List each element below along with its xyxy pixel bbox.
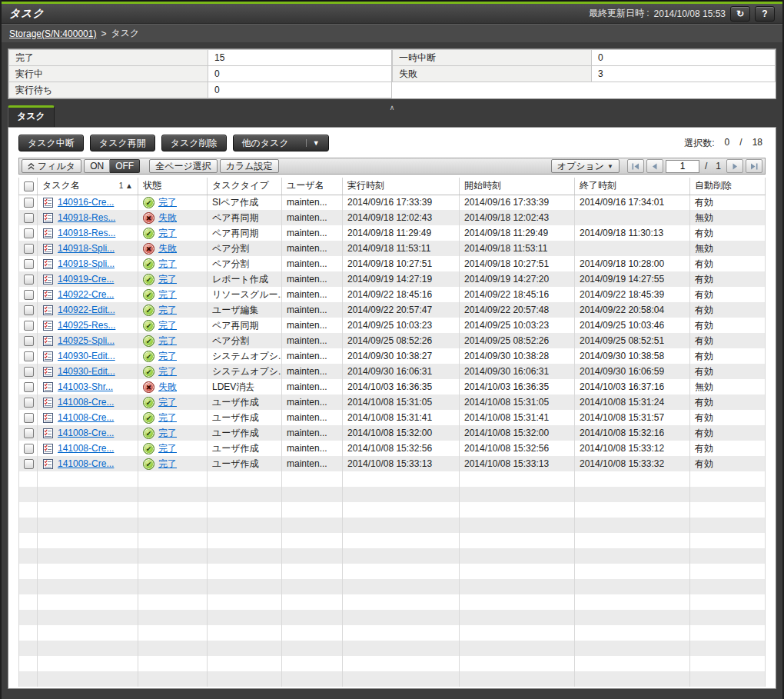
row-checkbox[interactable] xyxy=(24,428,34,438)
page-number-input[interactable] xyxy=(666,160,699,173)
task-name-link[interactable]: 140918-Spli... xyxy=(58,258,115,269)
task-name-link[interactable]: 140916-Cre... xyxy=(58,197,114,208)
row-checkbox[interactable] xyxy=(24,367,34,377)
refresh-button[interactable]: ↻ xyxy=(730,6,750,22)
status-link[interactable]: 完了 xyxy=(158,227,177,240)
task-name-link[interactable]: 140918-Res... xyxy=(58,212,115,223)
status-link[interactable]: 完了 xyxy=(158,350,177,363)
row-checkbox[interactable] xyxy=(24,351,34,361)
row-checkbox[interactable] xyxy=(24,259,34,269)
task-name-link[interactable]: 141008-Cre... xyxy=(58,397,114,408)
status-link[interactable]: 完了 xyxy=(158,258,177,271)
task-name-link[interactable]: 140919-Cre... xyxy=(58,274,114,285)
column-header-start-time[interactable]: 開始時刻 xyxy=(460,178,575,195)
task-name-link[interactable]: 141008-Cre... xyxy=(58,428,114,438)
row-checkbox[interactable] xyxy=(24,382,34,392)
row-checkbox[interactable] xyxy=(24,305,34,315)
row-checkbox[interactable] xyxy=(24,413,34,423)
status-link[interactable]: 完了 xyxy=(158,396,177,409)
status-link[interactable]: 完了 xyxy=(158,319,177,332)
pagination-first-button[interactable] xyxy=(627,159,644,173)
column-settings-button[interactable]: カラム設定 xyxy=(220,159,279,173)
options-dropdown[interactable]: オプション ▼ xyxy=(551,159,620,173)
task-name-link[interactable]: 140925-Res... xyxy=(58,320,115,331)
status-link[interactable]: 完了 xyxy=(158,442,177,455)
filter-on-button[interactable]: ON xyxy=(84,159,110,173)
row-checkbox[interactable] xyxy=(24,459,34,469)
row-checkbox[interactable] xyxy=(24,228,34,238)
auto-delete-cell: 有効 xyxy=(690,364,766,379)
column-header-end-time[interactable]: 終了時刻 xyxy=(575,178,690,195)
task-icon xyxy=(42,258,54,270)
row-checkbox[interactable] xyxy=(24,444,34,454)
start-time-cell: 2014/09/22 20:57:48 xyxy=(460,302,575,318)
help-button[interactable]: ? xyxy=(755,6,775,22)
pagination-prev-button[interactable] xyxy=(646,159,663,173)
column-header-auto-delete[interactable]: 自動削除 xyxy=(690,178,766,195)
delete-task-button[interactable]: タスク削除 xyxy=(161,135,227,151)
status-link[interactable]: 完了 xyxy=(158,411,177,424)
row-checkbox[interactable] xyxy=(24,321,34,331)
pagination-last-button[interactable] xyxy=(746,159,762,173)
filter-off-button[interactable]: OFF xyxy=(110,159,140,173)
task-name-link[interactable]: 141008-Cre... xyxy=(58,443,114,454)
pagination-next-button[interactable] xyxy=(726,159,743,173)
task-type-cell: ユーザ作成 xyxy=(208,425,282,441)
row-checkbox[interactable] xyxy=(24,398,34,408)
task-name-link[interactable]: 140922-Cre... xyxy=(58,289,114,300)
task-name-link[interactable]: 141003-Shr... xyxy=(58,381,113,392)
task-name-link[interactable]: 141008-Cre... xyxy=(58,412,114,423)
exec-time-cell: 2014/09/18 12:02:43 xyxy=(343,210,460,225)
task-name-link[interactable]: 140918-Res... xyxy=(58,228,115,238)
column-header-task-type[interactable]: タスクタイプ xyxy=(208,178,282,195)
suspend-task-button[interactable]: タスク中断 xyxy=(18,135,84,151)
tab-tasks[interactable]: タスク xyxy=(8,105,55,127)
status-link[interactable]: 失敗 xyxy=(158,242,177,255)
status-link[interactable]: 失敗 xyxy=(158,381,177,394)
select-all-checkbox-header[interactable] xyxy=(19,178,38,195)
row-checkbox[interactable] xyxy=(24,198,34,208)
status-link[interactable]: 完了 xyxy=(158,335,177,348)
status-link[interactable]: 完了 xyxy=(158,427,177,440)
status-link[interactable]: 完了 xyxy=(158,365,177,378)
status-link[interactable]: 完了 xyxy=(158,304,177,317)
row-checkbox[interactable] xyxy=(24,244,34,254)
row-checkbox[interactable] xyxy=(24,275,34,285)
status-link[interactable]: 完了 xyxy=(158,196,177,209)
row-checkbox[interactable] xyxy=(24,336,34,346)
status-link[interactable]: 完了 xyxy=(158,273,177,286)
selected-count: 0 xyxy=(725,137,730,150)
task-name-link[interactable]: 140925-Spli... xyxy=(58,335,115,346)
task-type-cell: システムオプシ... xyxy=(208,364,282,379)
breadcrumb-storage-link[interactable]: Storage(S/N:400001) xyxy=(9,28,96,39)
row-checkbox[interactable] xyxy=(24,290,34,300)
column-header-status[interactable]: 状態 xyxy=(138,178,208,195)
exec-time-cell: 2014/09/25 10:03:23 xyxy=(343,318,460,333)
status-link[interactable]: 失敗 xyxy=(158,211,177,225)
status-link[interactable]: 完了 xyxy=(158,458,177,471)
summary-value: 0 xyxy=(591,50,775,66)
table-header-row: タスク名1 ▲ 状態 タスクタイプ ユーザ名 実行時刻 開始時刻 終了時刻 自動… xyxy=(19,178,766,195)
collapse-summary-button[interactable]: ∧ xyxy=(379,105,406,112)
task-name-link[interactable]: 140930-Edit... xyxy=(58,366,115,377)
task-name-link[interactable]: 140918-Spli... xyxy=(58,243,115,254)
column-header-task-name[interactable]: タスク名1 ▲ xyxy=(38,178,138,195)
user-name-cell: mainten... xyxy=(282,441,343,456)
select-all-pages-button[interactable]: 全ページ選択 xyxy=(149,159,218,173)
status-link[interactable]: 完了 xyxy=(158,288,177,301)
column-header-user-name[interactable]: ユーザ名 xyxy=(282,178,343,195)
other-tasks-dropdown[interactable]: 他のタスク ▼ xyxy=(233,135,329,151)
task-name-link[interactable]: 140930-Edit... xyxy=(58,351,115,361)
column-header-exec-time[interactable]: 実行時刻 xyxy=(343,178,460,195)
row-checkbox[interactable] xyxy=(24,213,34,223)
filter-button[interactable]: フィルタ xyxy=(22,159,81,173)
task-type-cell: レポート作成 xyxy=(208,271,282,287)
chevron-down-icon: ▼ xyxy=(607,163,613,170)
resume-task-button[interactable]: タスク再開 xyxy=(90,135,155,151)
status-icon xyxy=(143,289,154,301)
task-name-link[interactable]: 141008-Cre... xyxy=(58,458,114,469)
header-checkbox[interactable] xyxy=(24,181,34,191)
user-name-cell: mainten... xyxy=(282,225,343,241)
task-name-link[interactable]: 140922-Edit... xyxy=(58,305,115,315)
task-icon xyxy=(42,243,54,255)
